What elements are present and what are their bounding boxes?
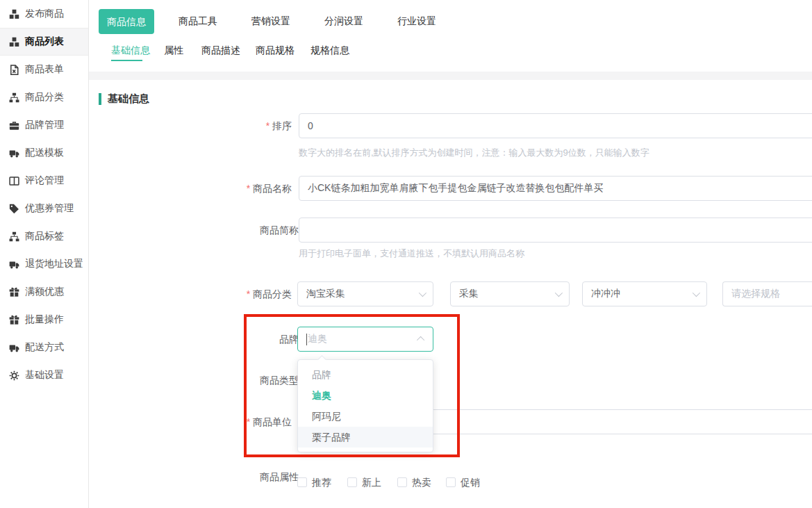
brand-select-value: 迪奥 <box>308 333 419 345</box>
brand-label: 品牌 <box>208 327 299 352</box>
section-accent-bar <box>99 93 101 105</box>
sidebar-item-product-list[interactable]: 商品列表 <box>0 28 88 56</box>
briefcase-icon <box>9 120 19 131</box>
spec-select[interactable]: 请选择规格 <box>722 281 812 306</box>
checkbox-label: 推荐 <box>312 477 331 488</box>
sidebar-item-shipping-method[interactable]: 配送方式 <box>0 334 88 361</box>
sidebar-item-batch-operations[interactable]: 批量操作 <box>0 306 88 334</box>
product-unit-label: 商品单位 <box>201 409 292 434</box>
category-label: 商品分类 <box>201 281 292 306</box>
checkbox-box[interactable] <box>397 477 407 487</box>
sidebar-item-brand-management[interactable]: 品牌管理 <box>0 111 88 139</box>
chevron-down-icon <box>555 289 563 297</box>
tab-marketing-settings[interactable]: 营销设置 <box>251 15 290 28</box>
sidebar-item-label: 商品列表 <box>25 35 64 48</box>
sort-help-text: 数字大的排名在前,默认排序方式为创建时间，注意：输入最大数为9位数，只能输入数字 <box>299 147 649 159</box>
sidebar-item-label: 品牌管理 <box>25 119 64 131</box>
checkbox-new[interactable]: 新上 <box>347 477 381 489</box>
section-divider <box>89 72 812 80</box>
tab-industry-settings[interactable]: 行业设置 <box>397 15 436 28</box>
checkbox-box[interactable] <box>347 477 357 487</box>
checkbox-label: 热卖 <box>412 477 431 488</box>
product-name-input[interactable] <box>299 176 812 201</box>
checkbox-recommend[interactable]: 推荐 <box>297 477 331 489</box>
sidebar-item-basic-settings[interactable]: 基础设置 <box>0 361 88 389</box>
sidebar-item-label: 满额优惠 <box>25 286 64 298</box>
subtab-basic-info[interactable]: 基础信息 <box>111 44 150 57</box>
checkbox-box[interactable] <box>446 477 456 487</box>
sidebar-item-product-category[interactable]: 商品分类 <box>0 83 88 111</box>
sidebar-item-shipping-template[interactable]: 配送模板 <box>0 139 88 167</box>
short-name-input[interactable] <box>299 218 812 243</box>
sidebar-item-label: 商品表单 <box>25 63 64 76</box>
sidebar-item-review-management[interactable]: 评论管理 <box>0 167 88 195</box>
brand-option-hovered[interactable]: 栗子品牌 <box>298 427 433 448</box>
chevron-down-icon <box>693 289 700 297</box>
sidebar-item-label: 评论管理 <box>25 174 64 187</box>
sidebar-item-coupon-management[interactable]: 优惠券管理 <box>0 195 88 222</box>
sitemap-icon <box>9 231 19 242</box>
short-name-label: 商品简称 <box>208 218 299 243</box>
category-select-value: 采集 <box>459 288 555 300</box>
truck-icon <box>9 259 19 270</box>
checkbox-promo[interactable]: 促销 <box>446 477 480 489</box>
brand-dropdown-panel: 品牌 迪奥 阿玛尼 栗子品牌 <box>297 359 433 452</box>
sidebar-item-product-tags[interactable]: 商品标签 <box>0 222 88 250</box>
truck-icon <box>9 343 19 353</box>
subtab-specification[interactable]: 商品规格 <box>256 44 295 57</box>
sidebar: 发布商品 商品列表 商品表单 商品分类 品牌管理 配送模板 评论管理 优惠券管理… <box>0 0 89 508</box>
text-cursor <box>306 334 307 345</box>
tab-product-tools[interactable]: 商品工具 <box>179 15 217 28</box>
sidebar-item-label: 配送模板 <box>25 147 64 159</box>
spec-select-placeholder: 请选择规格 <box>731 288 812 300</box>
gift-icon <box>9 287 19 297</box>
subtab-description[interactable]: 商品描述 <box>201 44 240 57</box>
category-select-level2[interactable]: 采集 <box>450 281 570 306</box>
brand-select[interactable]: 迪奥 <box>297 327 433 352</box>
product-name-label: 商品名称 <box>201 176 292 201</box>
active-subtab-underline <box>111 60 142 61</box>
sort-input[interactable] <box>299 113 812 138</box>
sidebar-item-label: 优惠券管理 <box>25 202 74 215</box>
main-content: 商品信息 商品工具 营销设置 分润设置 行业设置 基础信息 属性 商品描述 商品… <box>89 0 812 508</box>
sidebar-item-label: 基础设置 <box>25 369 64 382</box>
cubes-icon <box>9 9 19 19</box>
section-title: 基础信息 <box>108 92 149 106</box>
sidebar-item-label: 批量操作 <box>25 313 64 326</box>
truck-icon <box>9 148 19 158</box>
product-attrs-label: 商品属性 <box>208 464 299 489</box>
checkbox-hot[interactable]: 热卖 <box>397 477 431 489</box>
sidebar-item-label: 退货地址设置 <box>25 258 83 270</box>
columns-icon <box>9 176 19 186</box>
sidebar-item-full-amount-discount[interactable]: 满额优惠 <box>0 278 88 306</box>
cubes-icon <box>9 37 19 47</box>
category-select-value: 冲冲冲 <box>591 288 693 300</box>
category-select-level3[interactable]: 冲冲冲 <box>582 281 707 306</box>
section-header: 基础信息 <box>99 92 149 106</box>
subtab-spec-info[interactable]: 规格信息 <box>310 44 349 57</box>
brand-option-selected[interactable]: 迪奥 <box>298 385 433 406</box>
brand-option[interactable]: 阿玛尼 <box>298 406 433 427</box>
sidebar-item-label: 商品分类 <box>25 91 64 104</box>
tag-icon <box>9 204 19 214</box>
sidebar-item-publish-product[interactable]: 发布商品 <box>0 0 88 28</box>
brand-option-group[interactable]: 品牌 <box>298 364 433 385</box>
chevron-down-icon <box>419 289 426 297</box>
sidebar-item-return-address-settings[interactable]: 退货地址设置 <box>0 250 88 278</box>
sort-label: 排序 <box>201 113 292 138</box>
sitemap-icon <box>9 92 19 103</box>
checkbox-label: 促销 <box>461 477 480 488</box>
tab-product-info[interactable]: 商品信息 <box>99 9 154 34</box>
checkbox-box[interactable] <box>297 477 307 487</box>
subtab-attributes[interactable]: 属性 <box>164 44 183 57</box>
checkbox-label: 新上 <box>362 477 381 488</box>
sidebar-item-product-form[interactable]: 商品表单 <box>0 56 88 83</box>
short-name-help-text: 用于打印电子面单，支付通道推送，不填默认用商品名称 <box>299 247 524 260</box>
gift-icon <box>9 315 19 325</box>
tab-profit-settings[interactable]: 分润设置 <box>324 15 363 28</box>
sidebar-item-label: 配送方式 <box>25 341 64 354</box>
category-select-level1[interactable]: 淘宝采集 <box>297 281 433 306</box>
gear-icon <box>9 370 19 381</box>
category-select-value: 淘宝采集 <box>306 288 419 300</box>
product-type-label: 商品类型 <box>208 368 299 393</box>
